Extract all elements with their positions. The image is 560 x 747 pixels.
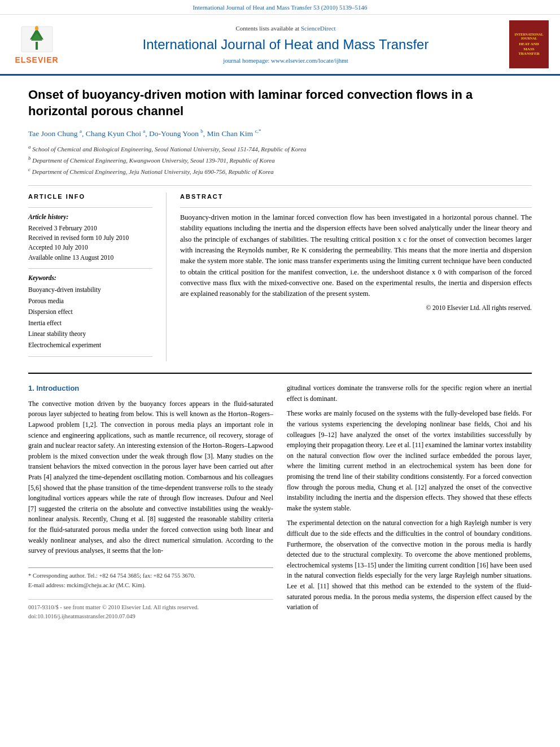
- article-history-title: Article history:: [28, 212, 152, 221]
- cover-title-top: INTERNATIONAL JOURNAL: [511, 33, 546, 41]
- section1-col2-para2: These works are mainly focused on the sy…: [287, 408, 532, 513]
- available-date: Available online 13 August 2010: [28, 253, 152, 263]
- keyword-6: Electrochemical experiment: [28, 340, 152, 351]
- info-divider-bottom: [28, 356, 152, 357]
- abstract-label: ABSTRACT: [180, 193, 532, 201]
- info-abstract-divider: [166, 193, 167, 361]
- keywords-list: Buoyancy-driven instability Porous media…: [28, 285, 152, 351]
- header-center: Contents lists available at ScienceDirec…: [62, 24, 509, 65]
- doi-line: doi:10.1016/j.ijheatmasstransfer.2010.07…: [28, 612, 273, 621]
- footnotes: * Corresponding author. Tel.: +82 64 754…: [28, 567, 273, 591]
- accepted-date: Accepted 10 July 2010: [28, 243, 152, 252]
- body-divider: [28, 373, 532, 374]
- elsevier-wordmark: ELSEVIER: [15, 55, 58, 66]
- svg-point-4: [35, 26, 38, 30]
- email-note: E-mail address: mckim@cheju.ac.kr (M.C. …: [28, 581, 273, 590]
- corresponding-note: * Corresponding author. Tel.: +82 64 754…: [28, 571, 273, 580]
- keyword-2: Porous media: [28, 296, 152, 307]
- section1-col2-para1: gitudinal vortices dominate the transver…: [287, 383, 532, 404]
- info-divider-top: [28, 207, 152, 208]
- main-content: Onset of buoyancy-driven motion with lam…: [0, 76, 560, 632]
- abstract-text: Buoyancy-driven motion in the laminar fo…: [180, 212, 532, 313]
- sciencedirect-link[interactable]: ScienceDirect: [301, 25, 336, 32]
- top-banner: International Journal of Heat and Mass T…: [0, 0, 560, 15]
- keyword-3: Dispersion effect: [28, 307, 152, 318]
- keyword-4: Inertia effect: [28, 318, 152, 329]
- section1-col1-para1: The convective motion driven by the buoy…: [28, 399, 273, 556]
- affiliation-b: b Department of Chemical Engineering, Kw…: [28, 155, 532, 165]
- affiliation-a: a School of Chemical and Biological Engi…: [28, 143, 532, 154]
- article-info-column: ARTICLE INFO Article history: Received 3…: [28, 193, 152, 361]
- title-divider: [28, 185, 532, 186]
- revised-date: Received in revised form 10 July 2010: [28, 233, 152, 243]
- section1-heading: 1. Introduction: [28, 383, 273, 394]
- issn-line: 0017-9310/$ - see front matter © 2010 El…: [28, 603, 273, 612]
- body-col-right: gitudinal vortices dominate the transver…: [287, 383, 532, 621]
- keyword-5: Linear stability theory: [28, 329, 152, 340]
- affiliation-c: c Department of Chemical Engineering, Je…: [28, 166, 532, 176]
- elsevier-logo: ELSEVIER: [11, 24, 62, 66]
- svg-rect-1: [36, 42, 38, 50]
- body-col-left: 1. Introduction The convective motion dr…: [28, 383, 273, 621]
- journal-header: ELSEVIER Contents lists available at Sci…: [0, 15, 560, 76]
- keywords-title: Keywords:: [28, 273, 152, 282]
- received-date: Received 3 February 2010: [28, 224, 152, 233]
- body-section: 1. Introduction The convective motion dr…: [28, 383, 532, 621]
- journal-title: International Journal of Heat and Mass T…: [62, 35, 509, 54]
- contents-line: Contents lists available at ScienceDirec…: [62, 24, 509, 33]
- affiliations: a School of Chemical and Biological Engi…: [28, 143, 532, 176]
- journal-cover: INTERNATIONAL JOURNAL HEAT ANDMASSTRANSF…: [509, 20, 549, 68]
- authors: Tae Joon Chung a, Chang Kyun Choi a, Do-…: [28, 128, 532, 139]
- bottom-info: 0017-9310/$ - see front matter © 2010 El…: [28, 599, 273, 621]
- keyword-1: Buoyancy-driven instability: [28, 285, 152, 296]
- info-divider-keywords: [28, 268, 152, 269]
- info-abstract-section: ARTICLE INFO Article history: Received 3…: [28, 193, 532, 361]
- homepage-line: journal homepage: www.elsevier.com/locat…: [62, 56, 509, 65]
- article-info-label: ARTICLE INFO: [28, 193, 152, 201]
- article-title: Onset of buoyancy-driven motion with lam…: [28, 87, 532, 119]
- journal-citation: International Journal of Heat and Mass T…: [193, 4, 368, 11]
- copyright-notice: © 2010 Elsevier Ltd. All rights reserved…: [180, 303, 532, 313]
- abstract-column: ABSTRACT Buoyancy-driven motion in the l…: [180, 193, 532, 361]
- section1-col2-para3: The experimental detection on the natura…: [287, 518, 532, 612]
- cover-title-main: HEAT ANDMASSTRANSFER: [518, 42, 540, 56]
- abstract-top-divider: [180, 207, 532, 208]
